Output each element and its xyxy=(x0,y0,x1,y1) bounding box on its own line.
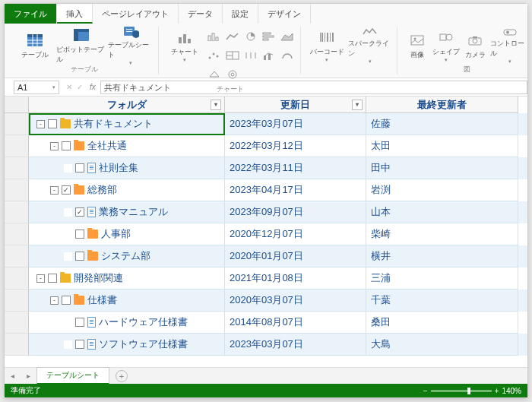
tab-file[interactable]: ファイル xyxy=(5,4,57,24)
cell-date[interactable]: 2023年03月07日 xyxy=(225,334,366,356)
cell-user[interactable]: 山本 xyxy=(366,201,518,223)
cancel-icon[interactable]: ✕ xyxy=(64,83,74,91)
chart-combo-icon[interactable] xyxy=(261,47,277,64)
btn-pivot[interactable]: ピボットテーブル xyxy=(56,27,106,65)
tab-insert[interactable]: 挿入 xyxy=(57,4,93,24)
checkbox[interactable]: ✓ xyxy=(75,207,84,217)
row-header[interactable] xyxy=(5,135,29,157)
checkbox[interactable] xyxy=(75,163,84,173)
sheet-area[interactable]: フォルダ▾ 更新日▾ 最終更新者 -共有ドキュメント2023年03月07日佐藤-… xyxy=(5,97,527,367)
chart-area-icon[interactable] xyxy=(279,28,296,45)
row-header[interactable] xyxy=(5,290,29,312)
chart-line-icon[interactable] xyxy=(224,28,241,45)
col-header-date[interactable]: 更新日▾ xyxy=(225,97,366,113)
table-row[interactable]: システム部2020年01月07日横井 xyxy=(5,245,527,267)
cell-folder[interactable]: ソフトウェア仕様書 xyxy=(29,334,225,356)
tab-data[interactable]: データ xyxy=(179,4,223,24)
checkbox[interactable] xyxy=(75,318,84,327)
row-header[interactable] xyxy=(5,223,29,245)
btn-shape[interactable]: シェイプ▾ xyxy=(432,27,460,65)
sheet-tab-active[interactable]: テーブルシート xyxy=(36,367,109,385)
btn-image[interactable]: 画像 xyxy=(404,27,431,65)
checkbox[interactable] xyxy=(75,340,84,349)
btn-table[interactable]: テーブル xyxy=(15,27,55,65)
zoom-value[interactable]: 140% xyxy=(502,387,521,395)
cell-date[interactable]: 2022年03月12日 xyxy=(225,135,366,157)
checkbox[interactable]: ✓ xyxy=(62,185,71,195)
cell-folder[interactable]: 社則全集 xyxy=(29,157,225,179)
zoom-in-icon[interactable]: + xyxy=(495,387,499,395)
cell-folder[interactable]: -✓総務部 xyxy=(29,179,225,201)
tab-pagelayout[interactable]: ページレイアウト xyxy=(93,4,179,24)
cell-date[interactable]: 2020年01月07日 xyxy=(225,245,366,267)
chart-bar-icon[interactable] xyxy=(261,28,277,45)
chart-column-icon[interactable] xyxy=(206,28,223,45)
cell-user[interactable]: 柴崎 xyxy=(366,223,518,245)
checkbox[interactable] xyxy=(48,119,57,128)
cell-user[interactable]: 太田 xyxy=(366,135,518,157)
row-header[interactable] xyxy=(5,157,29,179)
zoom-slider[interactable] xyxy=(431,390,492,392)
table-row[interactable]: 社則全集2022年03月11日田中 xyxy=(5,157,527,179)
expander[interactable]: - xyxy=(50,296,59,305)
table-row[interactable]: ✓業務マニュアル2023年09月07日山本 xyxy=(5,201,527,223)
chart-stock-icon[interactable] xyxy=(242,47,259,64)
cell-user[interactable]: 田中 xyxy=(366,157,518,179)
cell-folder[interactable]: 人事部 xyxy=(29,223,225,245)
row-header[interactable] xyxy=(5,312,29,334)
cell-date[interactable]: 2023年04月17日 xyxy=(225,179,366,201)
checkbox[interactable] xyxy=(48,274,57,283)
chart-tree-icon[interactable] xyxy=(224,47,241,64)
checkbox[interactable] xyxy=(75,252,84,261)
row-header[interactable] xyxy=(5,245,29,267)
cell-user[interactable]: 岩渕 xyxy=(366,179,518,201)
btn-barcode[interactable]: バーコード▾ xyxy=(307,27,347,65)
checkbox[interactable] xyxy=(75,229,84,239)
cell-date[interactable]: 2020年03月07日 xyxy=(225,290,366,312)
sheet-nav-next[interactable]: ▸ xyxy=(21,372,36,380)
cell-folder[interactable]: -仕様書 xyxy=(29,290,225,312)
name-box[interactable]: A1▾ xyxy=(14,81,59,94)
cell-date[interactable]: 2020年12月07日 xyxy=(225,223,366,245)
table-row[interactable]: -開発部関連2021年01月08日三浦 xyxy=(5,267,527,290)
table-row[interactable]: 人事部2020年12月07日柴崎 xyxy=(5,223,527,245)
expander[interactable]: - xyxy=(50,142,59,150)
cell-folder[interactable]: システム部 xyxy=(29,245,225,267)
chart-pie-icon[interactable] xyxy=(242,28,259,45)
expander[interactable]: - xyxy=(50,186,59,195)
sheet-add[interactable]: + xyxy=(116,370,128,382)
row-header[interactable] xyxy=(5,334,29,356)
row-header[interactable] xyxy=(5,267,29,290)
sheet-nav-prev[interactable]: ◂ xyxy=(5,372,21,380)
chart-gauge-icon[interactable] xyxy=(279,47,296,64)
formula-input[interactable]: 共有ドキュメント xyxy=(100,81,527,94)
cell-user[interactable]: 佐藤 xyxy=(366,113,518,135)
table-row[interactable]: -仕様書2020年03月07日千葉 xyxy=(5,290,527,312)
btn-control[interactable]: コントロール▾ xyxy=(490,27,530,65)
select-all-corner[interactable] xyxy=(5,97,29,113)
btn-sparkline[interactable]: スパークライン▾ xyxy=(348,27,392,65)
filter-btn-folder[interactable]: ▾ xyxy=(211,100,221,110)
col-header-folder[interactable]: フォルダ▾ xyxy=(29,97,225,113)
table-row[interactable]: ソフトウェア仕様書2023年03月07日大島 xyxy=(5,334,527,356)
table-row[interactable]: -全社共通2022年03月12日太田 xyxy=(5,135,527,157)
cell-folder[interactable]: -全社共通 xyxy=(29,135,225,157)
cell-date[interactable]: 2023年09月07日 xyxy=(225,201,366,223)
expander[interactable]: - xyxy=(36,274,45,283)
cell-user[interactable]: 大島 xyxy=(366,334,518,356)
cell-folder[interactable]: -開発部関連 xyxy=(29,267,225,290)
table-row[interactable]: ハードウェア仕様書2014年08月07日桑田 xyxy=(5,312,527,334)
cell-date[interactable]: 2022年03月11日 xyxy=(225,157,366,179)
cell-user[interactable]: 三浦 xyxy=(366,267,518,290)
zoom-out-icon[interactable]: − xyxy=(423,387,428,395)
cell-date[interactable]: 2021年01月08日 xyxy=(225,267,366,290)
table-row[interactable]: -✓総務部2023年04月17日岩渕 xyxy=(5,179,527,201)
zoom-control[interactable]: − + 140% xyxy=(423,387,521,395)
cell-folder[interactable]: ハードウェア仕様書 xyxy=(29,312,225,334)
cell-date[interactable]: 2023年03月07日 xyxy=(225,113,366,135)
row-header[interactable] xyxy=(5,113,29,135)
checkbox[interactable] xyxy=(62,141,71,150)
cell-user[interactable]: 横井 xyxy=(366,245,518,267)
btn-chart[interactable]: チャート▾ xyxy=(165,27,204,65)
tab-design[interactable]: デザイン xyxy=(258,4,311,24)
